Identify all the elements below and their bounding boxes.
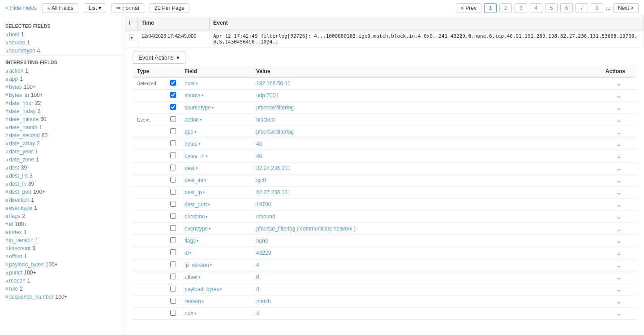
field-checkbox[interactable]: [170, 189, 176, 195]
page-8-button[interactable]: 8: [591, 3, 603, 13]
field-checkbox[interactable]: [170, 92, 176, 98]
field-value[interactable]: 82.27.236.131: [256, 189, 291, 196]
actions-chevron-icon[interactable]: ⌄: [616, 286, 622, 293]
actions-chevron-icon[interactable]: ⌄: [616, 237, 622, 244]
check-cell[interactable]: [168, 174, 180, 187]
actions-chevron-icon[interactable]: ⌄: [616, 249, 622, 257]
field-name-link[interactable]: offset ▾: [185, 274, 247, 280]
check-cell[interactable]: [168, 235, 180, 247]
field-name-link[interactable]: dest_int ▾: [185, 177, 247, 183]
check-cell[interactable]: [168, 102, 180, 114]
page-6-button[interactable]: 6: [560, 3, 573, 13]
hide-fields-button[interactable]: < Hide Fields: [5, 5, 37, 11]
field-checkbox[interactable]: [170, 104, 176, 110]
field-checkbox[interactable]: [170, 274, 176, 279]
sidebar-field-index[interactable]: a index 1: [0, 228, 125, 236]
actions-chevron-icon[interactable]: ⌄: [616, 177, 622, 184]
sidebar-field-reason[interactable]: a reason 1: [0, 277, 125, 285]
field-checkbox[interactable]: [170, 310, 176, 316]
check-cell[interactable]: [168, 199, 180, 211]
field-value[interactable]: 19700: [256, 201, 271, 208]
sidebar-field-sequence_number[interactable]: # sequence_number 100+: [0, 293, 125, 301]
actions-chevron-icon[interactable]: ⌄: [616, 298, 622, 305]
sidebar-field-app[interactable]: a app 1: [0, 75, 125, 83]
sidebar-field-action[interactable]: a action 1: [0, 67, 125, 75]
sidebar-field-payload_bytes[interactable]: # payload_bytes 100+: [0, 261, 125, 269]
check-cell[interactable]: [168, 259, 180, 271]
actions-chevron-icon[interactable]: ⌄: [616, 128, 622, 135]
event-actions-button[interactable]: Event Actions ▾: [133, 52, 185, 64]
page-5-button[interactable]: 5: [545, 3, 558, 13]
sidebar-field-dest_port[interactable]: # dest_port 100+: [0, 188, 125, 196]
field-value[interactable]: 4: [256, 262, 259, 268]
actions-chevron-icon[interactable]: ⌄: [616, 165, 622, 172]
field-value[interactable]: blocked: [256, 117, 275, 123]
field-value[interactable]: udp:7001: [256, 92, 279, 99]
field-value[interactable]: 192.168.50.10: [256, 80, 291, 87]
sidebar-field-date_second[interactable]: # date_second 60: [0, 131, 125, 139]
sidebar-field-dest_int[interactable]: a dest_int 3: [0, 172, 125, 180]
field-name-link[interactable]: sourcetype ▾: [185, 104, 247, 111]
check-cell[interactable]: [168, 296, 180, 308]
sidebar-field-ip_version[interactable]: # ip_version 1: [0, 236, 125, 244]
sidebar-field-id[interactable]: # id 100+: [0, 220, 125, 228]
check-cell[interactable]: [168, 114, 180, 126]
sidebar-field-date_year[interactable]: # date_year 1: [0, 148, 125, 156]
sidebar-field-bytes[interactable]: # bytes 100+: [0, 83, 125, 91]
field-checkbox[interactable]: [170, 128, 176, 134]
check-cell[interactable]: [168, 211, 180, 223]
sidebar-field-sourcetype[interactable]: a sourcetype 4: [0, 47, 125, 55]
check-cell[interactable]: [168, 187, 180, 199]
sidebar-field-date_month[interactable]: a date_month 1: [0, 123, 125, 131]
actions-chevron-icon[interactable]: ⌄: [616, 104, 622, 111]
field-value[interactable]: inbound: [256, 213, 275, 220]
field-name-link[interactable]: id ▾: [185, 250, 247, 256]
all-fields-button[interactable]: ≡ All Fields: [42, 3, 78, 13]
field-name-link[interactable]: app ▾: [185, 129, 247, 135]
sidebar-field-linecount[interactable]: # linecount 6: [0, 244, 125, 252]
check-cell[interactable]: [168, 247, 180, 259]
expand-button[interactable]: ▼: [129, 34, 134, 41]
actions-chevron-icon[interactable]: ⌄: [616, 310, 622, 317]
sidebar-field-eventtype[interactable]: a eventtype 1: [0, 204, 125, 212]
check-cell[interactable]: [168, 308, 180, 320]
field-name-link[interactable]: action ▾: [185, 117, 247, 123]
sidebar-field-date_minute[interactable]: # date_minute 60: [0, 115, 125, 123]
field-name-link[interactable]: dest ▾: [185, 165, 247, 171]
sidebar-field-source[interactable]: a source 1: [0, 39, 125, 47]
field-value[interactable]: igc0: [256, 177, 266, 183]
page-3-button[interactable]: 3: [515, 3, 527, 13]
actions-chevron-icon[interactable]: ⌄: [616, 80, 622, 87]
page-2-button[interactable]: 2: [499, 3, 512, 13]
actions-chevron-icon[interactable]: ⌄: [616, 213, 622, 220]
check-cell[interactable]: [168, 283, 180, 296]
field-checkbox[interactable]: [170, 201, 176, 207]
sidebar-field-flags[interactable]: a flags 2: [0, 212, 125, 220]
field-name-link[interactable]: source ▾: [185, 92, 247, 99]
field-checkbox[interactable]: [170, 261, 176, 267]
field-name-link[interactable]: ip_version ▾: [185, 262, 247, 268]
field-value[interactable]: 82.27.236.131: [256, 165, 291, 171]
field-name-link[interactable]: dest_port ▾: [185, 201, 247, 208]
per-page-button[interactable]: 20 Per Page: [150, 3, 189, 13]
sidebar-field-offset[interactable]: # offset 1: [0, 252, 125, 261]
field-name-link[interactable]: rule ▾: [185, 310, 247, 317]
sidebar-field-date_hour[interactable]: # date_hour 22: [0, 99, 125, 107]
field-checkbox[interactable]: [170, 298, 176, 304]
sidebar-field-date_wday[interactable]: a date_wday 2: [0, 139, 125, 148]
field-value[interactable]: 0: [256, 286, 259, 292]
field-name-link[interactable]: reason ▾: [185, 298, 247, 305]
actions-chevron-icon[interactable]: ⌄: [616, 152, 622, 160]
field-name-link[interactable]: eventtype ▾: [185, 226, 247, 232]
check-cell[interactable]: [168, 90, 180, 102]
sidebar-field-punct[interactable]: a punct 100+: [0, 269, 125, 277]
field-checkbox[interactable]: [170, 140, 176, 146]
check-cell[interactable]: [168, 78, 180, 90]
field-value[interactable]: pfsense:filterlog: [256, 129, 294, 135]
sidebar-field-dest_ip[interactable]: a dest_ip 39: [0, 180, 125, 188]
field-value[interactable]: 4: [256, 310, 259, 317]
field-name-link[interactable]: direction ▾: [185, 213, 247, 220]
sidebar-field-date_mday[interactable]: # date_mday 2: [0, 107, 125, 115]
field-value[interactable]: match: [256, 298, 271, 305]
sidebar-field-rule[interactable]: # rule 2: [0, 285, 125, 293]
